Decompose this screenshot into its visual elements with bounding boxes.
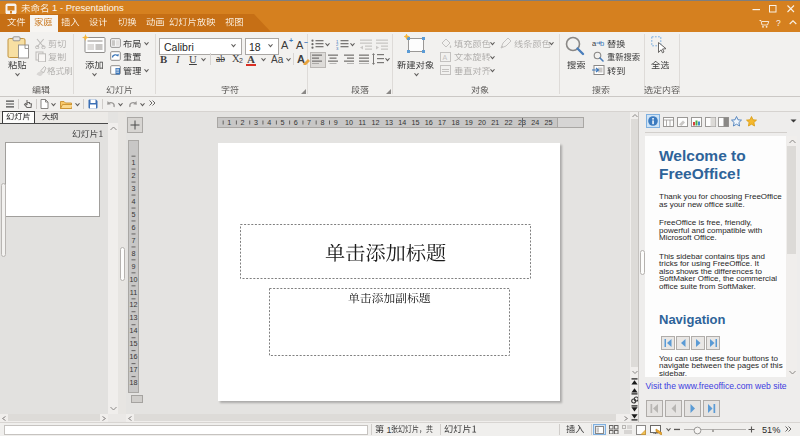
svg-text:12: 12 [372,118,380,127]
svg-text:a: a [592,39,597,48]
svg-text:17: 17 [130,365,138,374]
svg-text:2: 2 [241,118,245,127]
svg-text:6: 6 [132,223,136,232]
svg-text:17: 17 [438,118,446,127]
svg-text:11: 11 [359,118,366,127]
svg-text:3: 3 [132,184,136,193]
svg-text:8: 8 [132,249,136,258]
svg-text:8: 8 [320,118,324,127]
svg-text:4: 4 [267,118,271,127]
svg-text:20: 20 [478,118,486,127]
svg-text:18: 18 [451,118,459,127]
svg-text:19: 19 [465,118,473,127]
svg-text:2: 2 [132,171,136,180]
svg-text:10: 10 [345,118,353,127]
svg-text:16: 16 [425,118,433,127]
svg-text:13: 13 [385,118,393,127]
svg-text:9: 9 [132,262,136,271]
svg-text:16: 16 [130,352,138,361]
svg-text:12: 12 [130,300,138,309]
svg-text:14: 14 [130,326,138,335]
svg-text:A: A [443,54,448,61]
svg-text:3: 3 [336,46,339,50]
svg-text:22: 22 [505,118,513,127]
svg-text:4: 4 [132,197,136,206]
svg-text:6: 6 [294,118,298,127]
svg-text:1: 1 [227,118,231,127]
svg-text:9: 9 [334,118,338,127]
svg-text:7: 7 [132,236,136,245]
svg-text:5: 5 [281,118,285,127]
svg-text:b: b [600,39,604,48]
svg-text:25: 25 [545,118,553,127]
svg-text:1: 1 [132,158,136,167]
svg-text:18: 18 [130,378,138,387]
svg-text:15: 15 [412,118,420,127]
svg-text:21: 21 [491,118,499,127]
svg-text:24: 24 [531,118,539,127]
svg-text:15: 15 [130,339,138,348]
svg-text:7: 7 [307,118,311,127]
svg-text:10: 10 [130,275,138,284]
svg-text:3: 3 [254,118,258,127]
svg-text:11: 11 [130,288,137,297]
svg-text:13: 13 [130,313,138,322]
svg-text:14: 14 [398,118,406,127]
svg-text:5: 5 [132,210,136,219]
